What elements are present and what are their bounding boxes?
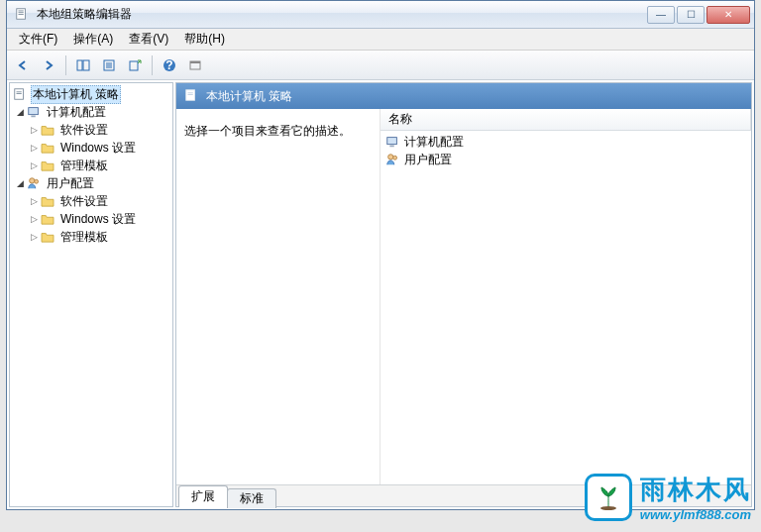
list-label: 计算机配置	[404, 134, 464, 151]
tree-label: Windows 设置	[58, 140, 138, 157]
tree-windows-settings[interactable]: ▷ Windows 设置	[10, 139, 172, 157]
svg-rect-10	[130, 61, 138, 70]
svg-rect-14	[190, 61, 200, 63]
tree-label: 本地计算机 策略	[31, 85, 121, 104]
tree-label: 软件设置	[58, 193, 110, 210]
svg-text:?: ?	[165, 58, 172, 72]
svg-rect-18	[29, 108, 39, 115]
user-icon	[384, 152, 400, 167]
list-header: 名称	[380, 109, 751, 131]
svg-rect-16	[17, 91, 22, 92]
toolbar-separator	[152, 55, 153, 75]
expand-icon[interactable]: ▷	[28, 196, 40, 206]
list-rows[interactable]: 计算机配置 用户配置	[380, 131, 751, 484]
svg-rect-1	[19, 10, 24, 11]
folder-icon	[40, 140, 55, 156]
tab-extended[interactable]: 扩展	[178, 485, 228, 507]
svg-point-28	[393, 156, 397, 160]
svg-rect-5	[83, 60, 89, 70]
menu-view[interactable]: 查看(V)	[121, 29, 176, 50]
expand-icon[interactable]: ▷	[28, 232, 40, 242]
folder-icon	[40, 211, 55, 227]
description-column: 选择一个项目来查看它的描述。	[176, 109, 380, 484]
back-button[interactable]	[11, 53, 35, 77]
show-hide-action-button[interactable]	[183, 53, 207, 77]
svg-rect-25	[387, 138, 397, 145]
list-row-computer[interactable]: 计算机配置	[380, 133, 751, 151]
help-button[interactable]: ?	[158, 53, 181, 77]
export-button[interactable]	[123, 53, 147, 77]
tree-label: Windows 设置	[58, 211, 138, 228]
svg-rect-17	[17, 93, 22, 94]
content-area: 本地计算机 策略 ◢ 计算机配置 ▷ 软件设置 ▷	[7, 80, 754, 509]
tree-admin-templates[interactable]: ▷ 管理模板	[10, 228, 172, 246]
list-row-user[interactable]: 用户配置	[380, 151, 751, 168]
svg-rect-3	[19, 14, 24, 15]
computer-icon	[26, 104, 42, 120]
tree-panel[interactable]: 本地计算机 策略 ◢ 计算机配置 ▷ 软件设置 ▷	[9, 82, 173, 507]
tree-label: 管理模板	[58, 158, 110, 174]
tree-label: 软件设置	[58, 122, 110, 139]
description-prompt: 选择一个项目来查看它的描述。	[184, 123, 372, 140]
policy-icon	[12, 86, 28, 102]
collapse-icon[interactable]: ◢	[14, 178, 26, 188]
expand-icon[interactable]: ▷	[28, 160, 40, 170]
policy-icon	[184, 88, 200, 104]
tree-windows-settings[interactable]: ▷ Windows 设置	[10, 210, 172, 228]
tree-user-config[interactable]: ◢ 用户配置	[10, 174, 172, 192]
tab-standard[interactable]: 标准	[227, 488, 276, 508]
tree: 本地计算机 策略 ◢ 计算机配置 ▷ 软件设置 ▷	[10, 83, 172, 248]
svg-rect-23	[188, 92, 193, 93]
properties-button[interactable]	[97, 53, 121, 77]
titlebar[interactable]: 本地组策略编辑器 — ☐ ✕	[7, 1, 754, 29]
svg-rect-24	[188, 94, 193, 95]
window-buttons: — ☐ ✕	[645, 6, 750, 24]
list-column: 名称 计算机配置 用户配置	[380, 109, 751, 484]
svg-rect-19	[31, 116, 35, 118]
svg-point-20	[30, 178, 35, 183]
menu-file[interactable]: 文件(F)	[11, 29, 65, 50]
svg-point-21	[35, 179, 39, 183]
window-title: 本地组策略编辑器	[37, 6, 645, 23]
tabstrip: 扩展 标准	[176, 484, 751, 506]
folder-icon	[40, 229, 55, 245]
menu-action[interactable]: 操作(A)	[65, 29, 121, 50]
app-icon	[15, 7, 31, 23]
minimize-button[interactable]: —	[647, 6, 675, 24]
user-icon	[26, 175, 42, 191]
tree-label: 管理模板	[58, 229, 110, 246]
tree-software-settings[interactable]: ▷ 软件设置	[10, 192, 172, 210]
computer-icon	[384, 134, 400, 150]
tree-software-settings[interactable]: ▷ 软件设置	[10, 121, 172, 139]
app-window: 本地组策略编辑器 — ☐ ✕ 文件(F) 操作(A) 查看(V) 帮助(H) ?	[6, 0, 755, 510]
svg-point-27	[388, 155, 393, 160]
show-hide-tree-button[interactable]	[71, 53, 95, 77]
expand-icon[interactable]: ▷	[28, 125, 40, 135]
maximize-button[interactable]: ☐	[677, 6, 705, 24]
tree-root[interactable]: 本地计算机 策略	[10, 85, 172, 103]
close-button[interactable]: ✕	[707, 6, 750, 24]
tree-computer-config[interactable]: ◢ 计算机配置	[10, 103, 172, 121]
details-title: 本地计算机 策略	[206, 88, 292, 105]
tree-label: 用户配置	[45, 175, 96, 192]
svg-rect-2	[19, 12, 24, 13]
collapse-icon[interactable]: ◢	[14, 107, 26, 117]
expand-icon[interactable]: ▷	[28, 143, 40, 153]
details-header: 本地计算机 策略	[176, 83, 751, 109]
menu-help[interactable]: 帮助(H)	[176, 29, 233, 50]
folder-icon	[40, 158, 55, 173]
list-label: 用户配置	[404, 152, 452, 168]
details-panel: 本地计算机 策略 选择一个项目来查看它的描述。 名称 计算机配置	[175, 82, 752, 507]
folder-icon	[40, 193, 55, 209]
expand-icon[interactable]: ▷	[28, 214, 40, 224]
forward-button[interactable]	[37, 53, 60, 77]
column-header-name[interactable]: 名称	[380, 109, 751, 130]
svg-rect-26	[389, 146, 393, 148]
toolbar-separator	[65, 55, 66, 75]
tree-admin-templates[interactable]: ▷ 管理模板	[10, 157, 172, 174]
folder-icon	[40, 122, 55, 138]
toolbar: ?	[7, 51, 754, 80]
svg-rect-4	[77, 60, 82, 70]
menubar: 文件(F) 操作(A) 查看(V) 帮助(H)	[7, 29, 754, 51]
details-body: 选择一个项目来查看它的描述。 名称 计算机配置 用户配置	[176, 109, 751, 484]
